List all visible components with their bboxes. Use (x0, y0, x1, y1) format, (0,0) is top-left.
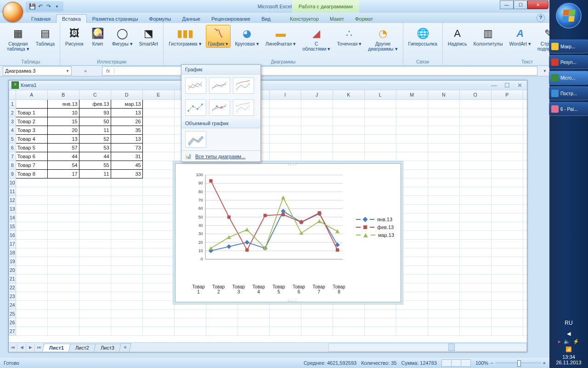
tab-chart-design[interactable]: Конструктор (284, 15, 324, 23)
ribbon-tabs: Главная Вставка Разметка страницы Формул… (0, 13, 549, 23)
tab-home[interactable]: Главная (26, 15, 56, 23)
office-button[interactable] (3, 2, 23, 22)
shapes-button[interactable]: ◯Фигуры ▾ (110, 25, 135, 48)
close-button[interactable]: ✕ (527, 0, 548, 9)
textbox-button[interactable]: AНадпись (446, 25, 469, 48)
qat-dropdown-icon[interactable]: ▼ (53, 3, 61, 10)
line-chart-option-3[interactable] (233, 77, 254, 94)
tray-chevron-icon[interactable]: ◀ (567, 331, 571, 337)
smartart-button[interactable]: ⬔SmartArt (137, 25, 160, 48)
worksheet[interactable]: ABCDEFGHIJKLMNOPQ1янв.13фев.13мар.132Тов… (9, 90, 527, 342)
language-indicator[interactable]: RU (549, 320, 588, 326)
cancel-formula-icon: ● (84, 68, 87, 74)
sheet-nav-prev[interactable]: ◀ (17, 343, 26, 351)
sheet-tab-1[interactable]: Лист1 (42, 344, 71, 351)
table-icon: ▤ (38, 26, 52, 41)
name-box[interactable]: Диаграмма 3▼ (3, 66, 72, 75)
sheet-tab-new[interactable]: ✧ (119, 343, 131, 351)
bar-chart-button[interactable]: ▬Линейчатая ▾ (263, 25, 298, 48)
formula-input[interactable]: fx (102, 66, 537, 75)
zoom-out-icon[interactable]: − (490, 360, 493, 366)
tray-power-icon[interactable]: ⚡ (573, 339, 579, 345)
save-icon[interactable]: 💾 (28, 3, 36, 10)
svg-point-0 (187, 110, 189, 112)
chart-handle-bottom[interactable]: ···· (288, 298, 297, 304)
tab-review[interactable]: Рецензирование (206, 15, 256, 23)
taskbar-item[interactable]: Резул... (549, 55, 588, 69)
line-chart-3d-option[interactable] (185, 131, 206, 148)
all-chart-types-button[interactable]: 📊 Все типы диаграмм... (181, 150, 260, 161)
table-button[interactable]: ▤Таблица (34, 25, 57, 48)
quick-access-toolbar: 💾 ↶ ↷ ▼ (26, 1, 63, 12)
picture-button[interactable]: 🖼Рисунок (63, 25, 86, 48)
tab-insert[interactable]: Вставка (56, 14, 87, 23)
tab-view[interactable]: Вид (256, 15, 276, 23)
tab-chart-layout[interactable]: Макет (324, 15, 350, 23)
area-chart-button[interactable]: ◢С областями ▾ (300, 25, 333, 53)
line-chart-option-2[interactable] (209, 77, 230, 94)
tab-formulas[interactable]: Формулы (144, 15, 177, 23)
svg-rect-45 (336, 248, 339, 252)
pivot-table-button[interactable]: ▦Сводная таблица ▾ (5, 25, 32, 53)
svg-text:30: 30 (198, 231, 203, 236)
tab-page-layout[interactable]: Разметка страницы (87, 15, 144, 23)
wb-close-button[interactable]: ✕ (517, 82, 522, 89)
svg-rect-40 (245, 248, 249, 252)
wb-maximize-button[interactable]: ☐ (504, 82, 510, 89)
line-chart-option-1[interactable] (185, 77, 206, 94)
taskbar-item[interactable]: 6 - Pai... (549, 102, 588, 116)
scatter-chart-button[interactable]: ∴Точечная ▾ (334, 25, 364, 48)
minimize-button[interactable]: — (500, 0, 514, 9)
taskbar-item[interactable]: Макр... (549, 40, 588, 53)
taskbar-item[interactable]: Постр... (549, 86, 588, 100)
sheet-tab-2[interactable]: Лист2 (68, 344, 96, 351)
tab-chart-format[interactable]: Формат (350, 15, 379, 23)
hyperlink-button[interactable]: 🌐Гиперссылка (406, 25, 440, 48)
undo-icon[interactable]: ↶ (37, 3, 44, 10)
embedded-chart[interactable]: 0102030405060708090100 Товар1Товар2Товар… (175, 163, 401, 302)
smartart-icon: ⬔ (141, 26, 156, 41)
chart-legend: янв.13фев.13мар.13 (356, 214, 394, 240)
chevron-down-icon[interactable]: ▼ (66, 69, 69, 73)
excel-window: 💾 ↶ ↷ ▼ Microsoft Excel Работа с диаграм… (0, 0, 549, 368)
taskbar-item[interactable]: Micro... (549, 71, 588, 85)
horizontal-scrollbar[interactable] (328, 343, 527, 351)
tray-flag-icon[interactable]: ▸ (558, 339, 561, 345)
tab-data[interactable]: Данные (176, 15, 206, 23)
redo-icon[interactable]: ↷ (45, 3, 52, 10)
excel-file-icon: X (11, 81, 19, 89)
line-chart-option-6[interactable] (233, 99, 254, 116)
line-chart-option-5[interactable] (209, 99, 230, 116)
other-charts-button[interactable]: ◔Другие диаграммы ▾ (366, 25, 400, 53)
tray-volume-icon[interactable]: 🔈 (564, 339, 570, 345)
clock-time[interactable]: 13:34 (549, 354, 588, 360)
header-footer-button[interactable]: ▥Колонтитулы (471, 25, 505, 48)
sheet-nav-first[interactable]: ⏮ (9, 343, 17, 351)
fx-icon[interactable]: fx (102, 68, 114, 74)
svg-rect-32 (245, 240, 249, 245)
sheet-nav-next[interactable]: ▶ (26, 343, 35, 351)
expand-formula-bar-icon[interactable]: ▼ (540, 69, 549, 73)
clock-date[interactable]: 26.11.2013 (549, 360, 588, 365)
view-buttons[interactable] (441, 359, 471, 367)
zoom-slider[interactable] (495, 362, 541, 364)
column-chart-button[interactable]: ▮▮▮Гистограмма ▾ (166, 25, 204, 48)
pie-chart-button[interactable]: ◕Круговая ▾ (232, 25, 261, 48)
start-button[interactable] (556, 3, 582, 29)
clipart-button[interactable]: 🎑Клип (88, 25, 108, 48)
svg-rect-43 (300, 220, 303, 224)
chart-handle-top[interactable]: ···· (288, 162, 297, 167)
tray-network-icon[interactable]: 📶 (565, 346, 572, 352)
status-count: Количество: 35 (361, 360, 396, 366)
sheet-tab-3[interactable]: Лист3 (94, 344, 121, 351)
line-chart-button[interactable]: 〽График ▾ (206, 25, 231, 48)
zoom-in-icon[interactable]: + (543, 360, 546, 366)
line-chart-icon: 〽 (211, 26, 226, 41)
line-chart-option-4[interactable] (185, 99, 206, 116)
maximize-button[interactable]: ☐ (514, 0, 527, 9)
help-icon[interactable]: ? (537, 14, 545, 22)
svg-rect-42 (282, 213, 285, 216)
wordart-button[interactable]: AWordArt ▾ (507, 25, 533, 48)
wb-minimize-button[interactable]: — (491, 82, 497, 89)
zoom-control[interactable]: 100% − + (475, 360, 546, 366)
